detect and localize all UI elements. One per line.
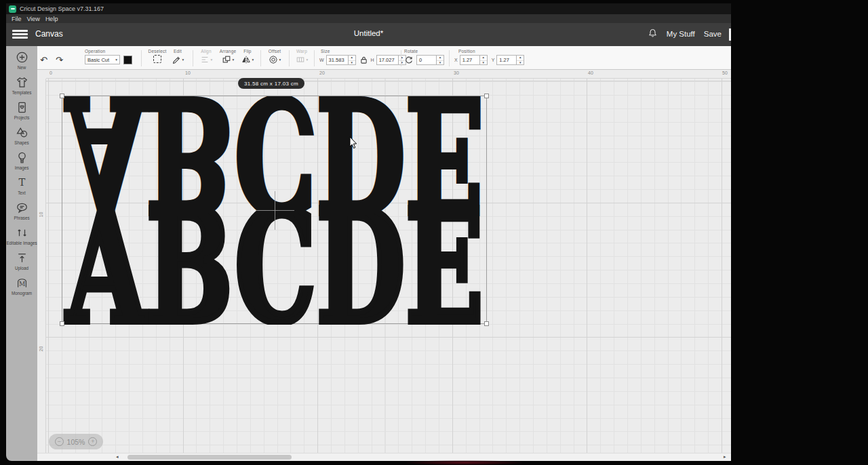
selection-center-crosshair bbox=[275, 191, 275, 230]
save-button[interactable]: Save bbox=[704, 30, 722, 38]
ruler-corner bbox=[37, 70, 46, 79]
stepper-up-icon[interactable]: ▲ bbox=[517, 56, 524, 61]
document-title[interactable]: Untitled* bbox=[6, 29, 731, 37]
warp-group: Warp ▾ bbox=[291, 46, 313, 64]
stepper-up-icon[interactable]: ▲ bbox=[349, 56, 355, 61]
stepper-down-icon[interactable]: ▼ bbox=[349, 61, 355, 66]
offset-button[interactable]: ▾ bbox=[263, 55, 286, 64]
y-field[interactable]: 1.27 bbox=[496, 55, 517, 65]
editable-arrows-icon bbox=[16, 226, 28, 239]
make-button-sliver bbox=[729, 28, 731, 41]
text-T-icon: T bbox=[16, 176, 28, 189]
flip-group: Flip ▾ bbox=[238, 46, 257, 64]
chevron-down-icon: ▾ bbox=[211, 58, 213, 62]
stepper-up-icon[interactable]: ▲ bbox=[437, 56, 443, 61]
zoom-out-button[interactable]: − bbox=[55, 437, 64, 446]
sidebar-item-new[interactable]: New bbox=[6, 51, 37, 70]
align-bars-icon bbox=[200, 55, 210, 64]
sidebar-item-phrases[interactable]: Phrases bbox=[6, 201, 37, 220]
scroll-left-icon[interactable]: ◂ bbox=[116, 454, 119, 460]
sidebar-item-shapes[interactable]: Shapes bbox=[6, 126, 37, 145]
menu-view[interactable]: View bbox=[27, 16, 40, 22]
menu-bar: File View Help bbox=[6, 14, 731, 23]
balloon-icon bbox=[16, 151, 28, 164]
stepper-down-icon[interactable]: ▼ bbox=[437, 61, 443, 66]
arrange-group: Arrange ▾ bbox=[214, 46, 241, 64]
edit-label: Edit bbox=[167, 49, 188, 54]
chevron-down-icon: ▾ bbox=[307, 58, 309, 62]
position-group: Position X 1.27 ▲ ▼ Y 1.27 ▲ ▼ bbox=[453, 46, 524, 65]
arrange-label: Arrange bbox=[214, 49, 241, 54]
lock-icon[interactable] bbox=[360, 56, 368, 64]
edit-toolbar: ↶ ↷ Operation Basic Cut ▾ Deselect Edit bbox=[37, 46, 731, 70]
deselect-button[interactable] bbox=[153, 55, 161, 63]
chevron-down-icon: ▾ bbox=[182, 58, 184, 62]
stepper-down-icon[interactable]: ▼ bbox=[480, 61, 487, 66]
sidebar-item-text[interactable]: T Text bbox=[6, 176, 37, 195]
zoom-control: − 105% + bbox=[49, 434, 103, 449]
app-header: Canvas Untitled* My Stuff Save bbox=[6, 23, 731, 46]
edit-button[interactable]: ▾ bbox=[167, 55, 188, 64]
scrollbar-thumb[interactable] bbox=[127, 455, 292, 460]
x-field[interactable]: 1.27 bbox=[460, 55, 480, 65]
position-label: Position bbox=[458, 49, 524, 54]
window-titlebar: Cricut Design Space v7.31.167 bbox=[6, 3, 731, 14]
y-stepper[interactable]: ▲ ▼ bbox=[517, 55, 524, 65]
sidebar-item-monogram[interactable]: M Monogram bbox=[6, 277, 37, 296]
resize-handle-bottom-right[interactable] bbox=[484, 321, 489, 326]
resize-handle-bottom-left[interactable] bbox=[60, 321, 64, 326]
menu-file[interactable]: File bbox=[12, 16, 22, 22]
zoom-in-button[interactable]: + bbox=[88, 437, 97, 446]
sidebar-item-images[interactable]: Images bbox=[6, 151, 37, 170]
resize-handle-top-left[interactable] bbox=[60, 94, 64, 98]
x-label: X bbox=[454, 58, 458, 62]
chevron-down-icon: ▾ bbox=[115, 58, 117, 62]
horizontal-ruler: 0 10 20 30 40 50 bbox=[37, 70, 731, 79]
stepper-up-icon[interactable]: ▲ bbox=[480, 56, 487, 61]
sidebar-item-templates[interactable]: Templates bbox=[6, 76, 37, 95]
undo-button[interactable]: ↶ bbox=[40, 56, 47, 65]
width-field[interactable]: 31.583 bbox=[326, 55, 349, 65]
sidebar-item-upload[interactable]: Upload bbox=[6, 251, 37, 270]
notifications-bell-icon[interactable] bbox=[648, 28, 658, 39]
svg-text:T: T bbox=[18, 176, 25, 188]
stepper-down-icon[interactable]: ▼ bbox=[517, 61, 524, 66]
undo-redo-group: ↶ ↷ bbox=[40, 46, 63, 65]
horizontal-scrollbar[interactable]: ◂ ▸ bbox=[37, 453, 731, 461]
dimensions-tooltip: 31.58 cm x 17.03 cm bbox=[238, 78, 304, 89]
flip-button[interactable]: ▾ bbox=[238, 55, 257, 64]
color-swatch[interactable] bbox=[123, 56, 132, 64]
video-artifact bbox=[407, 460, 522, 465]
x-stepper[interactable]: ▲ ▼ bbox=[480, 55, 488, 65]
tshirt-icon bbox=[16, 76, 28, 89]
screen: Cricut Design Space v7.31.167 File View … bbox=[0, 0, 868, 465]
my-stuff-link[interactable]: My Stuff bbox=[667, 30, 695, 38]
rotate-field[interactable]: 0 bbox=[416, 55, 437, 65]
chevron-down-icon: ▾ bbox=[252, 58, 254, 62]
upload-icon bbox=[16, 251, 28, 264]
warp-label: Warp bbox=[291, 49, 313, 54]
y-label: Y bbox=[492, 58, 495, 62]
height-field[interactable]: 17.027 bbox=[376, 55, 399, 65]
rotate-label: Rotate bbox=[404, 49, 444, 54]
height-label: H bbox=[371, 58, 374, 62]
rotate-stepper[interactable]: ▲ ▼ bbox=[437, 55, 444, 65]
window-title: Cricut Design Space v7.31.167 bbox=[20, 5, 104, 12]
arrange-button[interactable]: ▾ bbox=[214, 55, 241, 64]
sidebar-item-projects[interactable]: Projects bbox=[6, 101, 37, 120]
operation-dropdown[interactable]: Basic Cut ▾ bbox=[85, 55, 120, 64]
rotate-icon[interactable] bbox=[404, 56, 414, 65]
operation-group: Operation Basic Cut ▾ bbox=[85, 46, 132, 64]
resize-handle-top-right[interactable] bbox=[484, 94, 489, 98]
offset-label: Offset bbox=[263, 49, 286, 54]
menu-help[interactable]: Help bbox=[45, 16, 58, 22]
scroll-right-icon[interactable]: ▸ bbox=[724, 454, 726, 460]
flip-label: Flip bbox=[238, 49, 257, 54]
width-stepper[interactable]: ▲ ▼ bbox=[349, 55, 356, 65]
layers-icon bbox=[222, 55, 231, 64]
sidebar-item-editable-images[interactable]: Editable Images bbox=[6, 226, 37, 245]
selection-bounding-box[interactable]: ABCDE ABCDE bbox=[62, 96, 487, 324]
design-canvas[interactable]: 0 10 20 30 40 50 10 20 ABCDE ABCDE 31.58… bbox=[37, 70, 731, 461]
redo-button[interactable]: ↷ bbox=[56, 56, 63, 65]
size-label: Size bbox=[321, 49, 406, 54]
